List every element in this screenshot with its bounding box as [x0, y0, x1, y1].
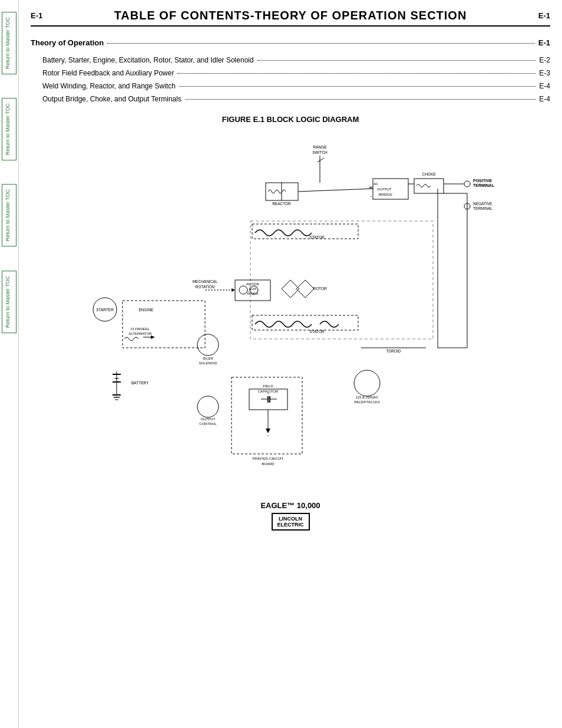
svg-line-1: [318, 158, 324, 162]
svg-point-14: [239, 286, 247, 294]
battery-label: BATTERY: [131, 381, 149, 385]
lincoln-logo-line1: LINCOLN: [277, 516, 304, 522]
rotor-slip-label3: RINGS: [247, 292, 258, 295]
mech-rotation-label2: ROTATION: [196, 285, 215, 289]
ac-label-bridge: AC: [373, 182, 379, 186]
svg-marker-39: [266, 429, 270, 433]
header-right-label: E-1: [538, 11, 550, 20]
toc-main-dots: [107, 43, 535, 44]
block-diagram-svg: text { font-family: Arial, sans-serif; f…: [31, 130, 550, 483]
minus-bridge: −: [370, 195, 372, 198]
field-cap-plus: +: [267, 391, 269, 395]
mech-rotation-label: MECHANICAL: [193, 279, 218, 284]
sidebar-tab-1[interactable]: Return to Master TOC: [2, 12, 16, 74]
toc-entry-1-label: Rotor Field Feedback and Auxiliary Power: [42, 69, 174, 77]
toc-entry-0-label: Battery, Starter, Engine, Excitation, Ro…: [42, 56, 254, 64]
toc-entry-3-page: E-4: [539, 95, 550, 103]
choke-label: CHOKE: [422, 172, 436, 176]
diagram-container: text { font-family: Arial, sans-serif; f…: [31, 130, 550, 483]
header-left-label: E-1: [31, 11, 42, 20]
receptacles-label: 115 & 230VAC: [355, 396, 379, 399]
starter-label: STARTER: [96, 308, 114, 312]
negative-terminal-label: NEGATIVE: [473, 202, 492, 206]
rotor-slip-label: ROTOR: [246, 282, 259, 286]
svg-point-36: [197, 396, 219, 417]
flywheel-label: FLYWHEEL: [131, 327, 150, 331]
toc-entry-1-page: E-3: [539, 69, 550, 77]
toc-entry-0-page: E-2: [539, 56, 550, 64]
pcb-label2: BOARD: [262, 462, 275, 466]
sidebar-tab-2[interactable]: Return to Master TOC: [2, 98, 16, 160]
minus-pcb: −: [267, 433, 269, 437]
svg-rect-10: [252, 224, 358, 239]
header-title: TABLE OF CONTENTS-THEORY OF OPERATION SE…: [114, 9, 467, 22]
reactor-label: REACTOR: [272, 202, 291, 206]
footer-section: EAGLE™ 10,000 LINCOLN ELECTRIC: [31, 501, 550, 531]
toc-entry-3-label: Output Bridge, Choke, and Output Termina…: [42, 95, 181, 103]
positive-terminal-label: POSITIVE: [473, 179, 492, 183]
footer-product: EAGLE™ 10,000: [31, 501, 550, 510]
output-label: OUTPUT: [377, 187, 392, 191]
bridge-label: BRIDGE: [379, 193, 392, 196]
toc-entry-3: Output Bridge, Choke, and Output Termina…: [42, 95, 550, 103]
rotor-label: ROTOR: [313, 286, 327, 291]
svg-point-6: [464, 181, 470, 187]
lincoln-logo-line2: ELECTRIC: [277, 522, 304, 528]
toc-main-label: Theory of Operation: [31, 38, 104, 47]
main-content: E-1 TABLE OF CONTENTS-THEORY OF OPERATIO…: [19, 0, 562, 728]
range-switch-label2: SWITCH: [312, 150, 328, 154]
positive-terminal-label2: TERMINAL: [473, 183, 495, 187]
idler-solenoid-label: IDLER: [203, 357, 213, 360]
svg-rect-5: [414, 179, 444, 193]
range-switch-label: RANGE: [313, 145, 327, 149]
toc-main-entry: Theory of Operation E-1: [31, 38, 550, 47]
field-capacitor-label: FIELD: [263, 384, 273, 388]
sidebar-tab-3[interactable]: Return to Master TOC: [2, 184, 16, 246]
figure-title: FIGURE E.1 BLOCK LOGIC DIAGRAM: [31, 115, 550, 124]
sidebar-tab-4[interactable]: Return to Master TOC: [2, 271, 16, 333]
flywheel-label2: ALTERNATOR: [128, 332, 152, 335]
toc-entry-1: Rotor Field Feedback and Auxiliary Power…: [42, 69, 550, 77]
lincoln-logo: LINCOLN ELECTRIC: [272, 513, 310, 531]
toc-entry-2-dots: [179, 86, 535, 87]
svg-point-21: [197, 334, 219, 355]
figure-section: FIGURE E.1 BLOCK LOGIC DIAGRAM text { fo…: [31, 115, 550, 483]
idler-solenoid-label2: SOLENOID: [199, 361, 217, 365]
toc-entry-1-dots: [177, 73, 535, 74]
engine-label: ENGINE: [139, 308, 154, 312]
toc-entry-0: Battery, Starter, Engine, Excitation, Ro…: [42, 56, 550, 64]
toc-entry-2-page: E-4: [539, 82, 550, 90]
svg-rect-16: [252, 315, 358, 330]
svg-point-41: [354, 370, 380, 396]
toc-entry-3-dots: [185, 99, 535, 100]
svg-marker-20: [151, 335, 155, 339]
toroid-label: TOROID: [386, 349, 401, 353]
toc-entry-0-dots: [257, 60, 536, 61]
toc-section: Theory of Operation E-1 Battery, Starter…: [31, 38, 550, 103]
toc-main-page: E-1: [538, 38, 550, 47]
page-header: E-1 TABLE OF CONTENTS-THEORY OF OPERATIO…: [31, 9, 550, 27]
output-control-label2: CONTROL: [199, 422, 217, 426]
toc-entry-2: Weld Winding, Reactor, and Range Switch …: [42, 82, 550, 90]
pcb-label: PRINTED CIRCUIT: [253, 457, 284, 460]
left-sidebar: Return to Master TOC Return to Master TO…: [0, 0, 19, 728]
toc-entry-2-label: Weld Winding, Reactor, and Range Switch: [42, 82, 176, 90]
negative-terminal-label2: TERMINAL: [473, 206, 492, 210]
receptacles-label2: RECEPTACLES: [354, 400, 380, 404]
svg-line-44: [298, 189, 373, 192]
svg-marker-12: [232, 288, 235, 292]
output-control-label: OUTPUT: [201, 417, 216, 421]
svg-rect-18: [123, 301, 205, 348]
